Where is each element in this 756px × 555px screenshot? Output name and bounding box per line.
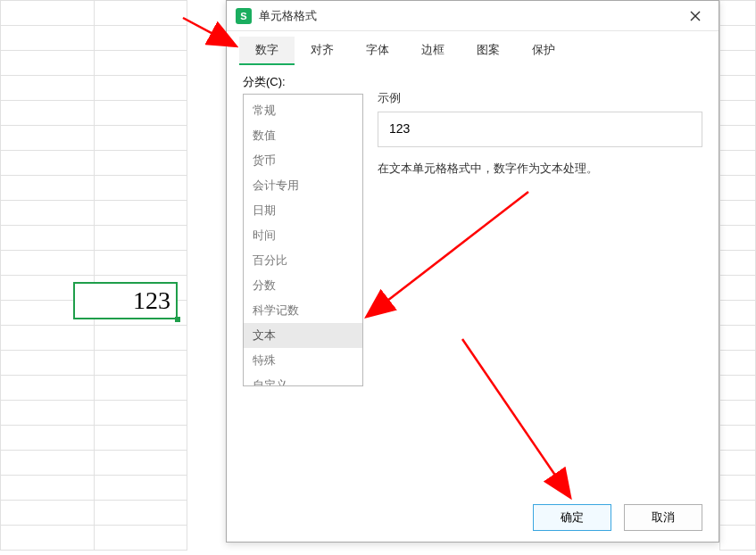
spreadsheet-bg (0, 0, 187, 555)
tab-alignment[interactable]: 对齐 (295, 37, 350, 65)
category-percentage[interactable]: 百分比 (244, 248, 362, 273)
category-text[interactable]: 文本 (244, 323, 362, 348)
example-box: 123 (378, 112, 702, 147)
tab-protection[interactable]: 保护 (516, 37, 571, 65)
tab-bar: 数字 对齐 字体 边框 图案 保护 (227, 31, 719, 65)
category-accounting[interactable]: 会计专用 (244, 173, 362, 198)
category-scientific[interactable]: 科学记数 (244, 298, 362, 323)
dialog-body: 分类(C): 常规 数值 货币 会计专用 日期 时间 百分比 分数 科学记数 文… (227, 65, 719, 493)
tab-font[interactable]: 字体 (350, 37, 405, 65)
tab-border[interactable]: 边框 (405, 37, 461, 65)
close-button[interactable] (677, 4, 713, 29)
dialog-footer: 确定 取消 (227, 493, 719, 542)
category-special[interactable]: 特殊 (244, 348, 362, 373)
dialog-title: 单元格格式 (259, 8, 677, 24)
titlebar: S 单元格格式 (227, 1, 719, 31)
tab-number[interactable]: 数字 (239, 37, 295, 65)
category-currency[interactable]: 货币 (244, 148, 362, 173)
category-number[interactable]: 数值 (244, 123, 362, 148)
tab-pattern[interactable]: 图案 (461, 37, 516, 65)
cancel-button[interactable]: 取消 (624, 504, 702, 531)
category-label: 分类(C): (243, 74, 363, 90)
app-icon: S (236, 8, 252, 24)
close-icon (690, 11, 701, 21)
category-general[interactable]: 常规 (244, 98, 362, 123)
category-time[interactable]: 时间 (244, 223, 362, 248)
spreadsheet-bg-right (719, 0, 756, 555)
category-list[interactable]: 常规 数值 货币 会计专用 日期 时间 百分比 分数 科学记数 文本 特殊 自定… (243, 94, 363, 386)
example-label: 示例 (378, 90, 702, 106)
selected-cell-value: 123 (133, 286, 170, 315)
category-custom[interactable]: 自定义 (244, 373, 362, 386)
format-description: 在文本单元格格式中，数字作为文本处理。 (378, 160, 702, 178)
cell-format-dialog: S 单元格格式 数字 对齐 字体 边框 图案 保护 分类(C): 常规 数值 货… (226, 0, 719, 543)
example-value: 123 (389, 121, 410, 136)
category-fraction[interactable]: 分数 (244, 273, 362, 298)
ok-button[interactable]: 确定 (533, 504, 611, 531)
category-date[interactable]: 日期 (244, 198, 362, 223)
fill-handle[interactable] (175, 317, 180, 322)
selected-cell[interactable]: 123 (73, 282, 178, 319)
